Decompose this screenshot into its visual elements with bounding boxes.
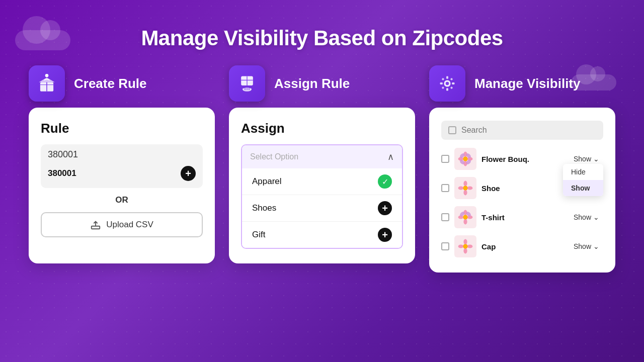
- dropdown-show-option[interactable]: Show: [563, 180, 603, 196]
- product-row-tshirt: T-shirt Show ⌄: [441, 204, 603, 230]
- cap-chevron-down-icon: ⌄: [593, 242, 599, 250]
- rule-input-container: 380001 +: [41, 144, 203, 188]
- page-header: Manage Visibility Based on Zipcodes: [0, 0, 644, 65]
- rule-zipcode-input[interactable]: [48, 149, 196, 160]
- svg-point-46: [463, 248, 467, 254]
- assign-rule-card: Assign Select Option ∧ Apparel ✓ Shoes +: [229, 108, 415, 263]
- cap-show-dropdown-button[interactable]: Show ⌄: [570, 240, 603, 252]
- panels-container: Create Rule Rule 380001 + OR Upload CSV: [0, 65, 644, 273]
- create-rule-card: Rule 380001 + OR Upload CSV: [29, 108, 215, 263]
- svg-rect-12: [446, 76, 448, 79]
- select-option-apparel[interactable]: Apparel ✓: [242, 168, 402, 195]
- rule-card-title: Rule: [41, 121, 203, 136]
- select-dropdown-header[interactable]: Select Option ∧: [242, 145, 402, 168]
- shoe-checkbox[interactable]: [441, 184, 449, 192]
- svg-rect-18: [442, 86, 445, 89]
- svg-rect-5: [92, 226, 100, 229]
- shoe-flower-icon: [456, 179, 474, 197]
- svg-point-49: [463, 244, 468, 249]
- rule-item-row: 380001 +: [48, 164, 196, 183]
- create-rule-panel: Create Rule Rule 380001 + OR Upload CSV: [29, 65, 215, 273]
- svg-marker-1: [39, 77, 55, 82]
- upload-csv-button[interactable]: Upload CSV: [41, 212, 203, 237]
- flower-checkbox[interactable]: [441, 155, 449, 163]
- mv-product-list: Flower Bouq. Show ⌄ Hide Show: [441, 146, 603, 259]
- chevron-up-icon: ∧: [387, 151, 394, 162]
- apparel-check-icon: ✓: [378, 174, 392, 189]
- tshirt-checkbox[interactable]: [441, 213, 449, 221]
- manage-visibility-panel: Manage Visibility: [429, 65, 615, 273]
- flower-product-name: Flower Bouq.: [481, 155, 565, 163]
- manage-visibility-icon-box: [429, 65, 465, 102]
- mv-search-bar: [441, 121, 603, 140]
- manage-visibility-card: Flower Bouq. Show ⌄ Hide Show: [429, 108, 615, 273]
- eye-settings-icon: [437, 73, 458, 94]
- rule-item-label: 380001: [48, 168, 76, 178]
- svg-point-35: [463, 186, 468, 191]
- svg-point-48: [467, 244, 473, 248]
- cap-product-name: Cap: [481, 242, 565, 251]
- cap-product-image: [454, 235, 476, 257]
- manage-visibility-panel-title: Manage Visibility: [474, 76, 580, 92]
- upload-csv-label: Upload CSV: [106, 220, 153, 230]
- svg-point-11: [446, 82, 449, 85]
- svg-rect-13: [446, 88, 448, 90]
- select-placeholder-text: Select Option: [250, 152, 298, 161]
- tshirt-product-image: [454, 206, 476, 228]
- svg-point-38: [463, 219, 467, 225]
- cap-flower-icon: [456, 237, 474, 255]
- upload-icon: [90, 219, 101, 230]
- assign-rule-header: Assign Rule: [229, 65, 415, 102]
- gift-add-icon[interactable]: +: [378, 228, 392, 242]
- flower-icon: [456, 150, 474, 168]
- svg-rect-16: [442, 78, 445, 81]
- select-option-gift[interactable]: Gift +: [242, 222, 402, 248]
- svg-point-31: [463, 181, 467, 187]
- option-apparel-label: Apparel: [252, 176, 282, 187]
- option-gift-label: Gift: [252, 230, 265, 240]
- dropdown-hide-option[interactable]: Hide: [563, 164, 603, 180]
- add-rule-button[interactable]: +: [181, 166, 196, 181]
- select-dropdown: Select Option ∧ Apparel ✓ Shoes + Gift +: [241, 144, 403, 249]
- tshirt-flower-icon: [456, 208, 474, 226]
- or-divider: OR: [41, 195, 203, 205]
- svg-point-33: [458, 186, 464, 190]
- assign-rule-panel: Assign Rule Assign Select Option ∧ Appar…: [229, 65, 415, 273]
- svg-rect-17: [450, 78, 453, 81]
- flower-product-image: [454, 148, 476, 170]
- cap-checkbox[interactable]: [441, 242, 449, 250]
- assign-rule-panel-title: Assign Rule: [274, 76, 350, 92]
- option-shoes-label: Shoes: [252, 203, 276, 213]
- shoe-product-image: [454, 177, 476, 199]
- svg-point-32: [463, 190, 467, 196]
- svg-point-4: [45, 74, 49, 77]
- svg-point-43: [463, 215, 468, 220]
- flower-chevron-down-icon: ⌄: [593, 155, 599, 163]
- svg-rect-14: [440, 82, 443, 84]
- shoes-add-icon[interactable]: +: [378, 201, 392, 215]
- select-options-list: Apparel ✓ Shoes + Gift +: [242, 168, 402, 248]
- product-row-cap: Cap Show ⌄: [441, 233, 603, 259]
- svg-rect-19: [450, 86, 453, 89]
- svg-rect-15: [452, 82, 454, 84]
- mv-search-input[interactable]: [461, 126, 596, 135]
- select-option-shoes[interactable]: Shoes +: [242, 195, 402, 222]
- svg-point-45: [463, 239, 467, 245]
- product-row-flower: Flower Bouq. Show ⌄ Hide Show: [441, 146, 603, 172]
- page-title: Manage Visibility Based on Zipcodes: [0, 26, 644, 50]
- shoe-product-name: Shoe: [481, 184, 565, 193]
- assign-card-title: Assign: [241, 121, 403, 136]
- flower-visibility-dropdown: Hide Show: [563, 164, 603, 196]
- create-rule-icon-box: [29, 65, 65, 102]
- search-checkbox[interactable]: [448, 126, 456, 134]
- tshirt-product-name: T-shirt: [481, 213, 565, 222]
- tshirt-chevron-down-icon: ⌄: [593, 213, 599, 221]
- tshirt-show-dropdown-button[interactable]: Show ⌄: [570, 211, 603, 223]
- create-rule-panel-title: Create Rule: [74, 76, 147, 92]
- manage-visibility-header: Manage Visibility: [429, 65, 615, 102]
- flower-show-dropdown-button[interactable]: Show ⌄: [570, 153, 603, 165]
- box-people-icon: [36, 73, 57, 94]
- svg-point-47: [458, 244, 464, 248]
- hand-box-icon: [236, 73, 258, 94]
- assign-rule-icon-box: [229, 65, 265, 102]
